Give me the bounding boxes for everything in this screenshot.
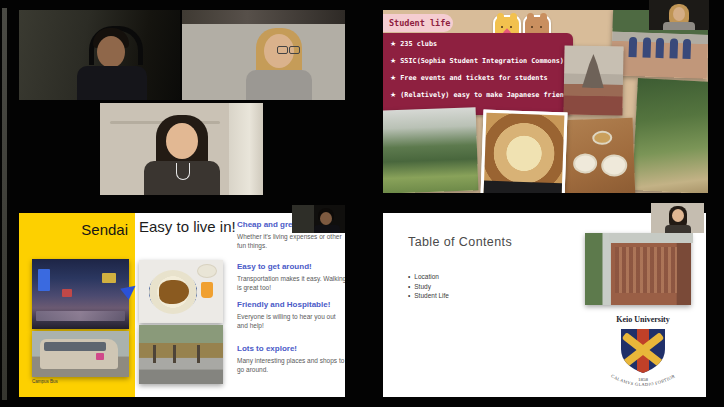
webcam-thumb-participant-1[interactable]: [292, 205, 345, 233]
star-icon: ★: [390, 74, 396, 82]
sendai-city-title: Sendai: [19, 221, 128, 238]
bullet-dot-icon: •: [408, 292, 410, 299]
shelf-background: [182, 10, 345, 24]
photo-autumn-street: [139, 325, 223, 384]
bus-caption: Campus Bus: [32, 379, 58, 384]
star-icon: ★: [390, 57, 396, 65]
necklace-icon: [176, 163, 190, 180]
video-tile-participant-1[interactable]: [19, 10, 180, 100]
bullet-dot-icon: •: [408, 273, 410, 280]
bullet-row: ★ SSIC(Sophia Student Integration Common…: [390, 57, 573, 74]
star-icon: ★: [390, 91, 396, 99]
video-tile-participant-2[interactable]: [182, 10, 345, 100]
student-life-title: Student life: [389, 18, 450, 28]
curtain-background: [229, 103, 263, 195]
photo-garden-path: [632, 78, 708, 193]
slide-sendai: Sendai Campus Bus Easy to live in! Cheap…: [19, 213, 345, 397]
student-life-bullet-panel: ★ 235 clubs ★ SSIC(Sophia Student Integr…: [383, 33, 573, 115]
bullet-row: ★ Free events and tickets for students: [390, 74, 573, 91]
star-icon: ★: [390, 40, 396, 48]
photo-meal-on-table: [562, 118, 636, 193]
webcam-thumb-participant-3[interactable]: [651, 203, 704, 233]
webcam-thumb-participant-2[interactable]: [649, 0, 709, 30]
keio-crest-svg: 1858 CALAMVS GLADIO FORTIOR: [603, 325, 683, 395]
sendai-point-2: Easy to get around! Transportation makes…: [237, 262, 345, 292]
sendai-heading: Easy to live in!: [139, 218, 239, 237]
photo-campus-bus: [32, 331, 129, 377]
slide-student-life: Student life ★ 235 clubs ★ SSIC(Sophia S…: [383, 10, 708, 193]
sendai-point-4: Lots to explore! Many interesting places…: [237, 344, 345, 374]
video-tile-participant-3[interactable]: [100, 103, 263, 195]
window-left-edge: [2, 8, 7, 400]
bullet-row: ★ 235 clubs: [390, 40, 573, 57]
toc-title: Table of Contents: [408, 235, 512, 249]
student-life-title-box: Student life: [383, 14, 453, 32]
photo-ramen-bowl: [480, 110, 567, 193]
photo-mountain-village: [383, 107, 478, 193]
toc-item: • Location: [408, 273, 449, 283]
photo-castle-crowd: [563, 45, 623, 115]
glasses-icon: [267, 46, 301, 53]
toc-list: • Location • Study • Student Life: [408, 273, 449, 302]
toc-item: • Student Life: [408, 292, 449, 302]
photo-curry-plate: [139, 260, 223, 323]
university-name: Keio University: [597, 315, 689, 324]
keio-crest: 1858 CALAMVS GLADIO FORTIOR: [603, 325, 683, 395]
crest-year: 1858: [638, 377, 649, 382]
slide-table-of-contents: Table of Contents • Location • Study • S…: [383, 213, 706, 397]
bullet-row: ★ (Relatively) easy to make Japanese fri…: [390, 91, 573, 108]
photo-keio-building: [585, 233, 691, 305]
toc-item: • Study: [408, 283, 449, 293]
photo-night-city-crossing: [32, 259, 129, 329]
sendai-point-3: Friendly and Hospitable! Everyone is wil…: [237, 300, 345, 330]
bullet-dot-icon: •: [408, 283, 410, 290]
